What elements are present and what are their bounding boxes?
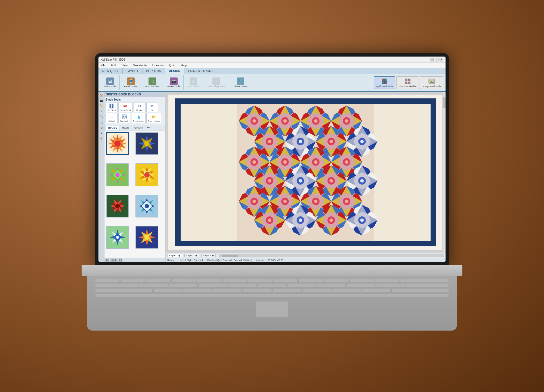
menu-edit[interactable]: Edit	[110, 63, 117, 67]
sidebar-arrow-icon[interactable]: ↖	[99, 109, 104, 114]
menu-view[interactable]: View	[120, 63, 129, 67]
sidebar-gear-icon[interactable]: ⚙	[99, 136, 104, 141]
block-thumb-2[interactable]	[135, 132, 158, 155]
nav-first-button[interactable]: |◄	[106, 259, 109, 262]
nav-prev-button[interactable]: ◄	[110, 259, 114, 262]
block-worktable-button[interactable]: Block Worktable	[396, 76, 419, 89]
laptop-keyboard	[87, 276, 457, 331]
svg-rect-8	[408, 82, 410, 84]
tab-layout[interactable]: LAYOUT	[123, 68, 142, 74]
quilt-worktable-label: Quilt Worktable	[376, 85, 393, 88]
set-block-button[interactable]: Set Block	[106, 102, 118, 112]
block-worktable-icon	[404, 77, 412, 85]
panel-nav-bar: |◄ ◄ ► ►|	[104, 258, 165, 262]
block-tools-label: Block Tools	[104, 85, 116, 88]
block-thumb-5[interactable]	[106, 195, 129, 217]
ribbon-group-embroidery-tools: ✦ Embroidery Tools	[203, 75, 229, 90]
svg-rect-1	[382, 79, 384, 81]
flip-label: Flip	[150, 109, 154, 111]
window-controls[interactable]: — □ ✕	[430, 58, 443, 61]
tab-blocks[interactable]: Blocks	[106, 126, 119, 130]
adjust-icon: ↔	[109, 114, 115, 120]
svg-rect-5	[405, 79, 407, 81]
rotate-icon: ↻	[137, 103, 143, 109]
block-thumb-3[interactable]	[106, 163, 129, 186]
sidebar-pencil-icon[interactable]: ✏️	[99, 103, 104, 108]
nav-last-button[interactable]: ►|	[119, 259, 122, 262]
tools-row-1: Set Block Erase Block	[106, 102, 164, 112]
erase-block-button[interactable]: Erase Block	[118, 102, 133, 112]
eyedropper-button[interactable]: 💧 Eyedropper	[132, 113, 146, 123]
svg-point-86	[115, 204, 120, 208]
quilt-border	[175, 98, 436, 246]
layer-3-tab[interactable]: Layer 3 ◆	[201, 254, 216, 257]
block-tools-button[interactable]: ⊞ Block Tools	[103, 77, 117, 89]
ribbon-group-add-tools: A Add Tools	[185, 75, 202, 90]
block-thumb-1[interactable]	[106, 132, 129, 155]
menu-worktable[interactable]: Worktable	[132, 63, 148, 67]
symmetry-label: Symmetry	[120, 120, 129, 122]
panel-header: SKETCHBOOK BLOCKS	[104, 92, 165, 97]
erase-block-label: Erase Block	[120, 109, 131, 111]
sidebar-zoom-fit-icon[interactable]: ⊡	[99, 125, 104, 130]
tab-new-quilt[interactable]: NEW QUILT	[98, 68, 123, 74]
minimize-button[interactable]: —	[430, 58, 434, 61]
image-worktable-button[interactable]: Image Worktable	[420, 76, 443, 89]
quilt-display	[168, 95, 443, 250]
thread-tools-button[interactable]: 🪡 Thread Tools	[233, 77, 249, 89]
more-options-icon[interactable]: •••	[146, 126, 152, 130]
tab-motifs[interactable]: Motifs	[119, 126, 132, 130]
symmetry-button[interactable]: Symmetry	[118, 113, 131, 123]
status-mouse: Mouse H: 85.18 V: 43.21	[256, 259, 283, 262]
layer-2-tab[interactable]: Layer 2 ◆	[184, 254, 199, 257]
photo-tools-button[interactable]: 📷 Photo Tools	[166, 77, 181, 89]
svg-rect-14	[112, 104, 113, 106]
rotate-label: Rotate	[136, 109, 143, 111]
menu-libraries[interactable]: Libraries	[151, 63, 165, 67]
block-thumb-6[interactable]	[135, 195, 158, 217]
menu-file[interactable]: File	[100, 63, 107, 67]
svg-point-230	[299, 140, 302, 143]
maximize-button[interactable]: □	[435, 58, 438, 61]
sidebar-home-icon[interactable]: 🏠	[99, 92, 104, 97]
block-thumb-4[interactable]	[135, 163, 158, 186]
svg-point-170	[283, 119, 287, 123]
fabric-tools-icon: 🧵	[127, 77, 135, 85]
svg-point-118	[144, 235, 149, 240]
svg-rect-7	[405, 82, 407, 84]
block-thumb-7[interactable]	[106, 226, 129, 249]
fabric-tools-button[interactable]: 🧵 Fabric Tools	[123, 77, 138, 89]
menu-help[interactable]: Help	[180, 63, 188, 67]
quilt-worktable-button[interactable]: Quilt Worktable	[374, 76, 395, 89]
block-worktable-label: Block Worktable	[399, 85, 416, 88]
layer-1-tab[interactable]: Layer 1 ◆	[167, 254, 182, 257]
nav-next-button[interactable]: ►	[114, 259, 118, 262]
quilt-canvas	[181, 104, 431, 241]
open-library-icon: 📂	[151, 114, 157, 120]
flip-button[interactable]: ⇄ Flip	[146, 102, 158, 112]
svg-rect-13	[110, 104, 111, 106]
block-thumb-8[interactable]	[135, 226, 158, 249]
add-tools-button[interactable]: A Add Tools	[187, 77, 200, 89]
menu-quilt[interactable]: Quilt	[168, 63, 177, 67]
sidebar-zoom-in-icon[interactable]: 🔍	[99, 114, 104, 119]
svg-point-305	[314, 160, 318, 164]
quilt-worktable-icon	[381, 77, 388, 85]
open-library-button[interactable]: 📂 Open Library	[146, 113, 162, 123]
svg-point-485	[330, 219, 333, 222]
sidebar-info-icon[interactable]: ℹ	[99, 130, 104, 135]
svg-rect-6	[408, 79, 410, 81]
tab-borders[interactable]: BORDERS	[143, 68, 165, 74]
canvas-scroll[interactable]	[166, 92, 446, 253]
sidebar-zoom-out-icon[interactable]: 🔍	[99, 120, 104, 125]
close-button[interactable]: ✕	[440, 58, 443, 61]
tab-design[interactable]: DESIGN	[165, 68, 184, 74]
auto-borders-button[interactable]: ⬚ Auto Borders	[144, 77, 161, 89]
adjust-button[interactable]: ↔ Adjust	[106, 113, 118, 123]
layer-bar: Layer 1 ◆ Layer 2 ◆ Layer 3 ◆	[166, 253, 446, 258]
rotate-button[interactable]: ↻ Rotate	[134, 102, 146, 112]
tab-print-export[interactable]: PRINT & EXPORT	[184, 68, 217, 74]
embroidery-tools-button[interactable]: ✦ Embroidery Tools	[206, 77, 227, 89]
tab-stencils[interactable]: Stencils	[131, 126, 146, 130]
sidebar-photo-icon[interactable]: 📷	[99, 98, 104, 103]
